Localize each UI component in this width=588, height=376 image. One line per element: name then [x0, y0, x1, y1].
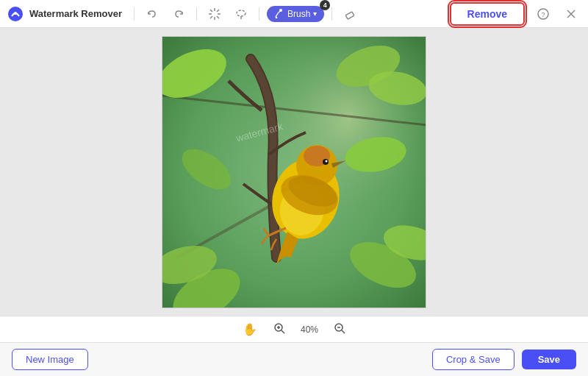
separator4 [331, 7, 332, 21]
close-button[interactable] [562, 4, 581, 24]
magic-wand-button[interactable] [204, 4, 225, 24]
titlebar: Watermark Remover [0, 0, 588, 28]
remove-button[interactable]: Remove [450, 2, 525, 26]
app-title: Watermark Remover [29, 8, 122, 19]
help-button[interactable]: ? [534, 4, 553, 24]
remove-btn-wrap: Remove ? [450, 2, 581, 26]
zoom-level: 40% [298, 324, 321, 335]
svg-point-1 [14, 12, 17, 15]
svg-line-8 [217, 10, 219, 12]
lasso-button[interactable] [231, 4, 251, 24]
crop-save-button[interactable]: Crop & Save [432, 349, 514, 370]
action-bar: New Image Crop & Save Save [0, 342, 588, 376]
new-image-button[interactable]: New Image [12, 349, 88, 370]
undo-button[interactable] [142, 4, 162, 24]
svg-point-35 [326, 160, 328, 162]
bottom-toolbar: ✋ 40% [0, 316, 588, 342]
save-button[interactable]: Save [522, 350, 576, 369]
brush-label: Brush [287, 9, 310, 19]
redo-button[interactable] [168, 4, 189, 24]
svg-line-7 [217, 16, 219, 18]
separator [134, 7, 135, 21]
brush-badge-wrap: Brush ▾ 4 [267, 6, 324, 22]
brush-button[interactable]: Brush ▾ [267, 6, 324, 22]
svg-line-6 [210, 10, 212, 12]
right-actions: Crop & Save Save [432, 349, 576, 370]
svg-point-10 [237, 10, 245, 16]
svg-line-9 [210, 16, 212, 18]
eraser-button[interactable] [340, 4, 360, 24]
zoom-out-button[interactable] [330, 321, 349, 338]
svg-point-12 [279, 9, 282, 12]
zoom-in-button[interactable] [270, 321, 289, 338]
svg-line-43 [282, 330, 284, 333]
svg-rect-13 [345, 11, 354, 18]
canvas-area: watermark [0, 28, 588, 316]
hand-tool-button[interactable]: ✋ [239, 321, 261, 338]
image-canvas[interactable]: watermark [162, 36, 426, 308]
notification-badge: 4 [320, 0, 330, 10]
svg-text:?: ? [541, 11, 545, 18]
brush-chevron-icon: ▾ [313, 10, 317, 18]
app-logo-icon [7, 6, 24, 22]
separator3 [259, 7, 259, 21]
svg-line-46 [342, 330, 345, 333]
separator2 [196, 7, 197, 21]
